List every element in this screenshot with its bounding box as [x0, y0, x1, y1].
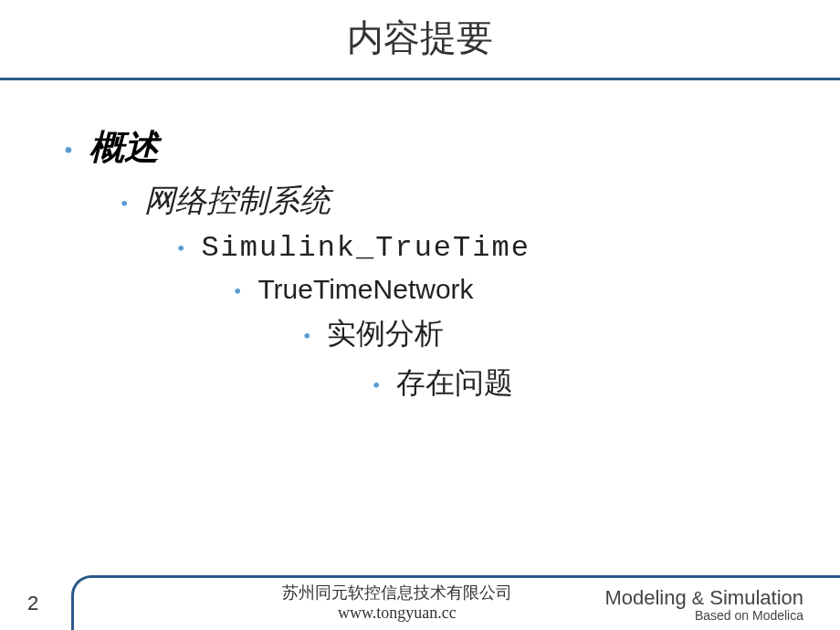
- footer-url: www.tongyuan.cc: [282, 604, 512, 623]
- bullet-icon: •: [121, 193, 128, 215]
- outline-text-6: 存在问题: [396, 363, 513, 404]
- footer-right: Modeling & Simulation Based on Modelica: [604, 586, 803, 623]
- outline-item-5: • 实例分析: [303, 314, 840, 354]
- brand-b: Simulation: [709, 586, 803, 609]
- slide-footer: 2 苏州同元软控信息技术有限公司 www.tongyuan.cc Modelin…: [0, 562, 840, 630]
- outline-text-4: TrueTimeNetwork: [257, 274, 473, 305]
- outline-text-3: Simulink_TrueTime: [201, 231, 530, 265]
- bullet-icon: •: [64, 138, 73, 163]
- outline-content: • 概述 • 网络控制系统 • Simulink_TrueTime • True…: [0, 80, 840, 404]
- outline-item-1: • 概述: [64, 124, 840, 171]
- brand-amp: &: [692, 588, 704, 608]
- outline-item-2: • 网络控制系统: [121, 180, 840, 222]
- outline-item-3: • Simulink_TrueTime: [177, 231, 840, 265]
- outline-text-2: 网络控制系统: [144, 180, 331, 222]
- brand-a: Modeling: [604, 586, 686, 609]
- outline-item-4: • TrueTimeNetwork: [234, 274, 840, 305]
- bullet-icon: •: [177, 237, 184, 259]
- outline-item-6: • 存在问题: [373, 363, 840, 404]
- page-number: 2: [27, 592, 38, 615]
- footer-company: 苏州同元软控信息技术有限公司: [282, 582, 512, 604]
- footer-center: 苏州同元软控信息技术有限公司 www.tongyuan.cc: [282, 582, 512, 623]
- outline-text-1: 概述: [89, 124, 159, 171]
- bullet-icon: •: [373, 374, 380, 396]
- footer-brand: Modeling & Simulation: [604, 586, 803, 610]
- bullet-icon: •: [303, 325, 310, 347]
- bullet-icon: •: [234, 280, 241, 302]
- footer-subtitle: Based on Modelica: [604, 608, 803, 623]
- outline-text-5: 实例分析: [327, 314, 444, 354]
- slide-title: 内容提要: [0, 0, 840, 76]
